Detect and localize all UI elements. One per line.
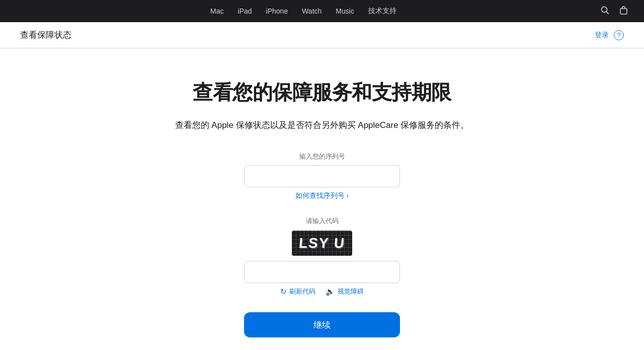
main-content: 查看您的保障服务和支持期限 查看您的 Apple 保修状态以及是否符合另外购买 … — [121, 48, 523, 350]
find-serial-link[interactable]: 如何查找序列号 › — [295, 191, 349, 200]
main-title: 查看您的保障服务和支持期限 — [193, 79, 451, 106]
refresh-icon: ↻ — [280, 287, 287, 296]
captcha-image: LSY U — [292, 231, 352, 256]
help-button[interactable]: ? — [614, 30, 624, 40]
continue-button[interactable]: 继续 — [244, 312, 400, 337]
nav-links: Mac iPad iPhone Watch Music 技术支持 — [203, 7, 404, 16]
nav-mac[interactable]: Mac — [203, 7, 230, 15]
page-header: 查看保障状态 登录 ? — [0, 22, 644, 48]
accessibility-label: 视觉障碍 — [338, 287, 364, 296]
form-section: 输入您的序列号 如何查找序列号 › 请输入代码 LSY U ↻ 刷新代码 🔈 视… — [244, 152, 400, 337]
serial-input[interactable] — [244, 165, 400, 187]
serial-label: 输入您的序列号 — [299, 152, 345, 161]
captcha-label: 请输入代码 — [306, 217, 339, 226]
captcha-text: LSY U — [298, 235, 346, 251]
speaker-icon: 🔈 — [326, 287, 335, 296]
svg-line-1 — [606, 12, 609, 14]
captcha-actions: ↻ 刷新代码 🔈 视觉障碍 — [280, 287, 364, 296]
header-actions: 登录 ? — [595, 30, 624, 40]
captcha-input[interactable] — [244, 261, 400, 283]
refresh-captcha-button[interactable]: ↻ 刷新代码 — [280, 287, 315, 296]
nav-music[interactable]: Music — [329, 7, 361, 15]
page-title: 查看保障状态 — [20, 29, 71, 41]
login-link[interactable]: 登录 — [595, 31, 609, 40]
main-description: 查看您的 Apple 保修状态以及是否符合另外购买 AppleCare 保修服务… — [175, 118, 469, 132]
search-icon[interactable] — [596, 6, 614, 17]
accessibility-captcha-button[interactable]: 🔈 视觉障碍 — [326, 287, 364, 296]
navigation: Mac iPad iPhone Watch Music 技术支持 — [0, 0, 644, 22]
nav-watch[interactable]: Watch — [295, 7, 329, 15]
nav-ipad[interactable]: iPad — [231, 7, 259, 15]
svg-rect-2 — [620, 9, 627, 14]
nav-icons — [596, 6, 633, 17]
bag-icon[interactable] — [614, 6, 633, 17]
nav-iphone[interactable]: iPhone — [259, 7, 295, 15]
refresh-label: 刷新代码 — [289, 287, 315, 296]
nav-support[interactable]: 技术支持 — [361, 7, 404, 16]
